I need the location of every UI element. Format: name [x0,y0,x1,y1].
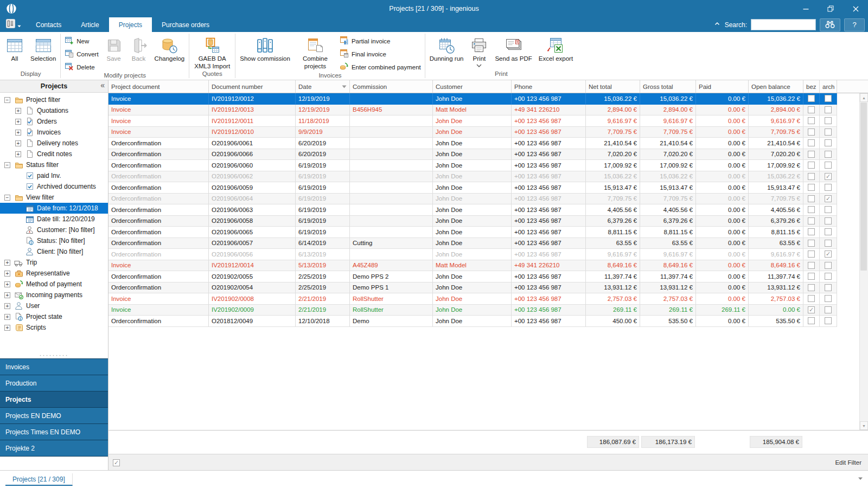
sidebar-item-project-filter[interactable]: −Project filter [0,94,108,105]
arch-checkbox[interactable] [825,217,832,224]
sidebar-item-delivery-notes[interactable]: +Delivery notes [0,138,108,149]
expand-icon[interactable]: + [4,325,10,331]
bez-checkbox-cell[interactable] [803,238,820,249]
bez-checkbox[interactable] [808,162,815,169]
collapse-icon[interactable]: − [4,162,10,168]
sidebar-item-archived-documents[interactable]: Archived documents [0,181,108,192]
bez-checkbox[interactable] [808,139,815,146]
table-row[interactable]: OrderconfirmationO201906/00636/19/2019Jo… [108,204,860,216]
bez-checkbox-cell[interactable] [803,260,820,272]
arch-checkbox[interactable] [825,139,832,146]
bez-checkbox-cell[interactable] [803,204,820,216]
bez-checkbox[interactable] [808,228,815,235]
expand-icon[interactable]: + [4,292,10,298]
table-row[interactable]: OrderconfirmationO201906/00606/19/2019Jo… [108,160,860,171]
arch-checkbox-cell[interactable] [820,204,837,216]
bez-checkbox-cell[interactable] [803,293,820,305]
expand-icon[interactable]: + [15,130,21,136]
arch-checkbox[interactable]: ✓ [825,173,832,180]
column-header-paid[interactable]: Paid [696,80,749,93]
table-row[interactable]: OrderconfirmationO201906/00586/19/2019Jo… [108,216,860,227]
column-header-doc[interactable]: Project document [108,80,209,93]
collapse-icon[interactable]: − [4,195,10,201]
arch-checkbox[interactable] [825,284,832,291]
convert-button[interactable]: Convert [63,49,99,59]
arch-checkbox-cell[interactable] [820,160,837,171]
arch-checkbox[interactable] [825,273,832,280]
expand-icon[interactable]: + [4,281,10,287]
arch-checkbox[interactable]: ✓ [825,195,832,202]
arch-checkbox[interactable] [825,129,832,136]
tab-article[interactable]: Article [71,17,108,32]
bez-checkbox[interactable]: ✓ [808,306,815,313]
app-menu-button[interactable] [0,17,26,32]
nav-panel-projects[interactable]: Projects [0,391,108,408]
sidebar-item-invoices[interactable]: +Invoices [0,127,108,138]
bez-checkbox-cell[interactable] [803,216,820,227]
dunning-run-button[interactable]: Dunning run [427,34,467,70]
column-header-number[interactable]: Document number [209,80,296,93]
bez-checkbox-cell[interactable] [803,115,820,127]
bez-checkbox[interactable] [808,262,815,269]
arch-checkbox-cell[interactable] [820,271,837,282]
sidebar-item-project-state[interactable]: +Project state [0,311,108,322]
arch-checkbox[interactable] [825,228,832,235]
bez-checkbox[interactable] [808,195,815,202]
collapse-ribbon-icon[interactable] [713,20,721,29]
changelog-button[interactable]: Changelog [152,34,188,72]
bez-checkbox[interactable] [808,251,815,258]
table-row[interactable]: OrderconfirmationO201902/00542/25/2019De… [108,282,860,294]
arch-checkbox-cell[interactable]: ✓ [820,249,837,260]
delete-button[interactable]: Delete [63,62,99,72]
sidebar-item-view-filter[interactable]: −View filter [0,192,108,203]
expand-icon[interactable]: + [15,151,21,157]
table-row[interactable]: OrderconfirmationO201906/00626/19/2019Jo… [108,171,860,183]
sidebar-item-scripts[interactable]: +Scripts [0,322,108,333]
bez-checkbox[interactable] [808,273,815,280]
bez-checkbox[interactable] [808,295,815,302]
maximize-button[interactable] [818,0,843,17]
arch-checkbox[interactable] [825,117,832,124]
scroll-up-icon[interactable]: ▲ [860,93,868,102]
expand-icon[interactable]: + [15,108,21,114]
table-row[interactable]: OrderconfirmationO201902/00552/25/2019De… [108,271,860,282]
bez-checkbox-cell[interactable] [803,227,820,238]
arch-checkbox-cell[interactable] [820,149,837,160]
column-header-bez[interactable]: bez [803,80,820,93]
show-commission-button[interactable]: Show commission [237,34,293,72]
help-button[interactable]: ? [844,18,865,31]
sidebar-item-representative[interactable]: +Representative [0,268,108,279]
column-header-arch[interactable]: arch [820,80,837,93]
arch-checkbox[interactable] [825,206,832,213]
bez-checkbox-cell[interactable] [803,316,820,327]
bez-checkbox-cell[interactable] [803,282,820,294]
find-button[interactable] [820,18,840,31]
gaeb-import-button[interactable]: GAEB DA XML3 Import [191,34,233,70]
arch-checkbox-cell[interactable] [820,316,837,327]
bez-checkbox[interactable] [808,117,815,124]
arch-checkbox-cell[interactable] [820,105,837,116]
bez-checkbox[interactable] [808,217,815,224]
arch-checkbox-cell[interactable] [820,282,837,294]
sidebar-item-customer-filter[interactable]: Customer: [No filter] [0,224,108,235]
final-invoice-button[interactable]: Final invoice [339,49,422,59]
status-dropdown-icon[interactable] [858,477,863,480]
print-button[interactable]: Print [467,34,491,70]
column-header-customer[interactable]: Customer [433,80,512,93]
table-row[interactable]: InvoiceIV201902/00082/21/2019RollShutter… [108,293,860,305]
column-header-commission[interactable]: Commission [350,80,433,93]
arch-checkbox[interactable] [825,106,832,113]
excel-export-button[interactable]: Excel export [536,34,576,70]
expand-icon[interactable]: + [15,119,21,125]
bez-checkbox-cell[interactable] [803,105,820,116]
table-row[interactable]: OrderconfirmationO201812/004912/10/2018D… [108,316,860,327]
arch-checkbox[interactable] [825,95,832,102]
expand-icon[interactable]: + [4,314,10,320]
bez-checkbox-cell[interactable] [803,93,820,105]
table-row[interactable]: InvoiceIV201912/001212/19/2019John Doe+0… [108,93,860,105]
arch-checkbox-cell[interactable] [820,305,837,316]
column-header-date[interactable]: Date [296,80,350,93]
sidebar-splitter[interactable]: ········· [0,352,108,358]
bez-checkbox-cell[interactable] [803,149,820,160]
bez-checkbox[interactable] [808,240,815,247]
